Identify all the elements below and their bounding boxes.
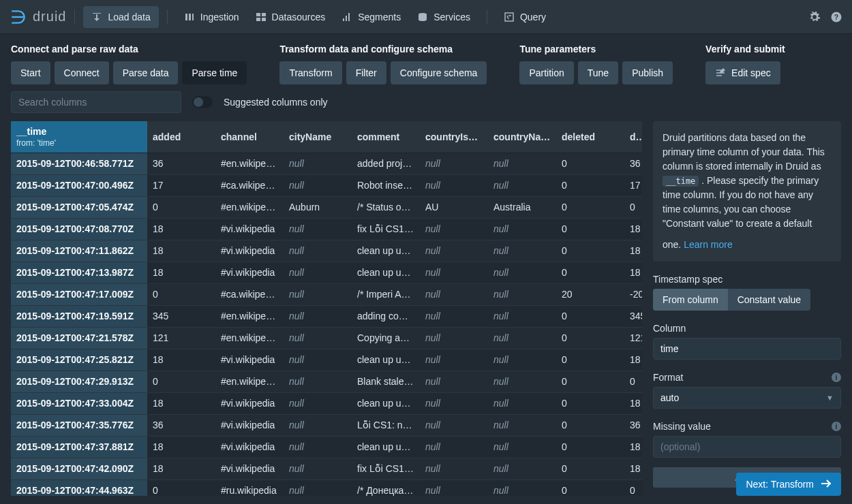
next-button[interactable]: Next: Transform [736, 473, 841, 496]
table-row: 2015-09-12T00:47:11.862Z18#vi.wikipedian… [11, 240, 642, 262]
nav-query[interactable]: Query [496, 6, 554, 28]
time-header-from: from: 'time' [16, 138, 142, 148]
cell-comment: /* Imperi Aust… [352, 283, 420, 305]
stage-start[interactable]: Start [11, 61, 50, 84]
cell-comment: Robot inse… [352, 174, 420, 196]
table-row: 2015-09-12T00:47:29.913Z0#en.wikipedianu… [11, 371, 642, 392]
cell-countryiso: null [420, 479, 488, 496]
stage-transform[interactable]: Transform [279, 61, 341, 84]
stage-tune[interactable]: Tune [578, 61, 618, 84]
column-header-time[interactable]: __time from: 'time' [11, 121, 147, 153]
cell-cityname: null [284, 305, 352, 327]
cell-added: 18 [147, 349, 215, 371]
ts-constant-value-button[interactable]: Constant value [728, 289, 810, 311]
brand-name: druid [33, 9, 66, 25]
cell-cityname: null [284, 283, 352, 305]
table-row: 2015-09-12T00:47:37.881Z18#vi.wikipedian… [11, 436, 642, 458]
column-header-added[interactable]: added [147, 121, 215, 153]
search-columns-input[interactable] [11, 91, 181, 113]
column-header-countryiso[interactable]: countryIsoCo… [420, 121, 488, 153]
cell-delta: 121 [624, 327, 642, 349]
filter-bar: Suggested columns only [0, 91, 852, 121]
help-icon[interactable]: ? [830, 11, 842, 23]
stage-partition[interactable]: Partition [519, 61, 573, 84]
cell-delta: 18 [624, 436, 642, 458]
cell-channel: #vi.wikipedia [215, 262, 284, 283]
stage-parse-data[interactable]: Parse data [113, 61, 179, 84]
cell-countryiso: null [420, 414, 488, 436]
cell-cityname: null [284, 458, 352, 479]
info-icon[interactable]: i [832, 422, 841, 431]
nav-datasources[interactable]: Datasources [247, 6, 334, 28]
column-header-comment[interactable]: comment [352, 121, 420, 153]
stage-configure-schema[interactable]: Configure schema [391, 61, 487, 84]
cell-time: 2015-09-12T00:47:13.987Z [11, 262, 147, 283]
cell-cityname: null [284, 174, 352, 196]
svg-point-20 [417, 381, 419, 383]
column-input[interactable] [653, 338, 841, 360]
stage-parse-time[interactable]: Parse time [182, 61, 247, 84]
format-select[interactable]: auto ▼ [653, 387, 841, 409]
brand-logo[interactable]: druid [10, 8, 66, 26]
load-data-button[interactable]: Load data [83, 6, 158, 28]
column-header-delta[interactable]: delt [624, 121, 642, 153]
more-icon[interactable] [415, 181, 420, 191]
nav-separator [487, 10, 487, 25]
cell-added: 345 [147, 305, 215, 327]
column-header-deleted[interactable]: deleted [556, 121, 624, 153]
cell-cityname: null [284, 349, 352, 371]
nav-label: Segments [358, 12, 401, 22]
cell-countryname: null [488, 392, 556, 414]
learn-more-link[interactable]: Learn more [684, 238, 733, 252]
nav-segments[interactable]: Segments [333, 6, 409, 28]
more-icon[interactable] [414, 203, 420, 212]
stage-publish[interactable]: Publish [622, 61, 673, 84]
cell-countryname: null [488, 436, 556, 458]
suggested-columns-label: Suggested columns only [224, 97, 328, 108]
stage-edit-spec[interactable]: Edit spec [705, 61, 780, 84]
column-header-countryname[interactable]: countryName [488, 121, 556, 153]
column-header-cityname[interactable]: cityName [284, 121, 352, 153]
nav-ingestion[interactable]: Ingestion [176, 6, 247, 28]
stage-group-connect: Connect and parse raw data Start Connect… [11, 44, 247, 84]
cell-countryname: null [488, 414, 556, 436]
table-row: 2015-09-12T00:46:58.771Z36#en.wikipedian… [11, 153, 642, 174]
info-icon[interactable]: i [832, 373, 841, 382]
column-header-channel[interactable]: channel [215, 121, 284, 153]
cell-countryname: null [488, 218, 556, 240]
ingestion-icon [184, 12, 195, 22]
cell-channel: #en.wikipedia [215, 305, 284, 327]
cell-countryname: null [488, 240, 556, 262]
stage-group-transform: Transform data and configure schema Tran… [279, 44, 487, 84]
cell-channel: #ca.wikipedia [215, 283, 284, 305]
cell-countryname: null [488, 262, 556, 283]
cell-added: 0 [147, 479, 215, 496]
table-row: 2015-09-12T00:47:13.987Z18#vi.wikipedian… [11, 262, 642, 283]
format-label: Format i [653, 372, 841, 383]
cell-deleted: 0 [556, 153, 624, 174]
svg-rect-0 [185, 14, 187, 20]
cell-time: 2015-09-12T00:47:00.496Z [11, 174, 147, 196]
cell-channel: #vi.wikipedia [215, 414, 284, 436]
help-code: __time [663, 176, 699, 187]
gear-icon[interactable] [808, 11, 821, 23]
cell-channel: #en.wikipedia [215, 153, 284, 174]
missing-value-input[interactable] [653, 436, 841, 458]
ts-from-column-button[interactable]: From column [653, 289, 728, 311]
cell-comment: Lỗi CS1: ngày… [352, 414, 420, 436]
cell-added: 0 [147, 283, 215, 305]
cell-countryiso: null [420, 305, 488, 327]
cell-countryiso: null [420, 327, 488, 349]
nav-services[interactable]: Services [409, 6, 478, 28]
suggested-columns-toggle[interactable] [192, 96, 213, 108]
cell-time: 2015-09-12T00:47:21.578Z [11, 327, 147, 349]
cell-cityname: null [284, 327, 352, 349]
svg-rect-6 [262, 18, 266, 21]
more-icon[interactable] [416, 377, 420, 387]
cell-comment: clean up usin… [352, 349, 420, 371]
stage-filter[interactable]: Filter [346, 61, 386, 84]
stage-connect[interactable]: Connect [55, 61, 109, 84]
cell-added: 18 [147, 218, 215, 240]
cell-delta: 18 [624, 392, 642, 414]
cell-deleted: 0 [556, 414, 624, 436]
